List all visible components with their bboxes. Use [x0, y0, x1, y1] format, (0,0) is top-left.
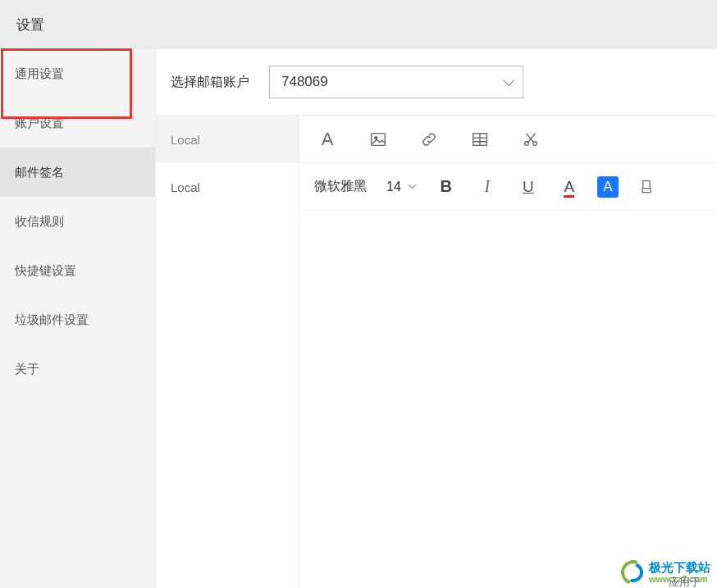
font-family-select[interactable]: 微软雅黑	[314, 178, 367, 195]
sidebar-item-label: 收信规则	[15, 214, 64, 230]
highlight-icon	[638, 179, 655, 195]
toolbar-row-1: A	[299, 116, 717, 163]
font-size-select[interactable]: 14	[381, 176, 418, 198]
link-icon	[420, 130, 438, 148]
highlight-button[interactable]	[633, 174, 660, 200]
signature-item-label: Local	[171, 133, 200, 147]
text-style-icon: A	[322, 129, 334, 150]
sidebar-item-account[interactable]: 账户设置	[0, 98, 155, 148]
sidebar-item-rules[interactable]: 收信规则	[0, 197, 155, 246]
table-icon	[471, 130, 489, 148]
sidebar-item-signature[interactable]: 邮件签名	[0, 148, 155, 197]
sidebar-item-general[interactable]: 通用设置	[0, 49, 155, 98]
editor-pane: A	[299, 116, 717, 588]
insert-image-button[interactable]	[365, 126, 391, 153]
page-title: 设置	[16, 16, 44, 34]
sidebar-item-label: 邮件签名	[15, 165, 64, 180]
svg-rect-0	[372, 133, 386, 145]
text-style-button[interactable]: A	[314, 126, 340, 153]
insert-table-button[interactable]	[467, 126, 493, 153]
footer-partial-text: 应用于	[669, 575, 701, 588]
sidebar: 通用设置 账户设置 邮件签名 收信规则 快捷键设置 垃圾邮件设置 关于	[0, 49, 156, 588]
account-selector-label: 选择邮箱账户	[171, 74, 249, 91]
main: 通用设置 账户设置 邮件签名 收信规则 快捷键设置 垃圾邮件设置 关于 选择邮箱…	[0, 49, 717, 588]
account-selector-row: 选择邮箱账户 748069	[156, 49, 717, 115]
font-size-value: 14	[386, 180, 401, 194]
watermark-cn: 极光下载站	[649, 561, 710, 575]
cut-button[interactable]	[518, 126, 544, 153]
sidebar-item-label: 账户设置	[15, 116, 64, 131]
bold-button[interactable]: B	[433, 174, 459, 200]
italic-button[interactable]: I	[474, 174, 500, 200]
insert-link-button[interactable]	[416, 126, 442, 153]
chevron-down-icon	[503, 75, 514, 86]
signature-item[interactable]: Local	[156, 163, 299, 211]
content: 选择邮箱账户 748069 Local Local A	[156, 49, 717, 588]
account-select-value: 748069	[281, 74, 328, 90]
sidebar-item-label: 关于	[15, 362, 39, 377]
svg-point-4	[533, 141, 537, 145]
underline-button[interactable]: U	[515, 174, 541, 200]
text-color-button[interactable]: A	[556, 174, 582, 200]
toolbar-row-2: 微软雅黑 14 B I U A A	[299, 163, 717, 211]
signature-item[interactable]: Local	[156, 116, 299, 163]
sidebar-item-label: 垃圾邮件设置	[15, 312, 89, 328]
signature-list: Local Local	[156, 116, 299, 588]
account-select[interactable]: 748069	[269, 66, 523, 98]
editor-body[interactable]	[299, 211, 717, 588]
svg-point-3	[525, 141, 529, 145]
watermark-logo	[621, 560, 646, 585]
svg-rect-5	[643, 180, 650, 188]
sidebar-item-spam[interactable]: 垃圾邮件设置	[0, 295, 155, 344]
signature-item-label: Local	[171, 180, 200, 194]
editor-row: Local Local A	[156, 115, 717, 588]
sidebar-item-label: 快捷键设置	[15, 263, 76, 279]
background-color-button[interactable]: A	[597, 176, 619, 198]
image-icon	[369, 130, 387, 148]
sidebar-item-shortcuts[interactable]: 快捷键设置	[0, 246, 155, 295]
chevron-down-icon	[408, 180, 416, 189]
scissors-icon	[522, 130, 540, 148]
settings-header: 设置	[0, 0, 717, 49]
sidebar-item-about[interactable]: 关于	[0, 344, 155, 394]
sidebar-item-label: 通用设置	[15, 66, 64, 82]
